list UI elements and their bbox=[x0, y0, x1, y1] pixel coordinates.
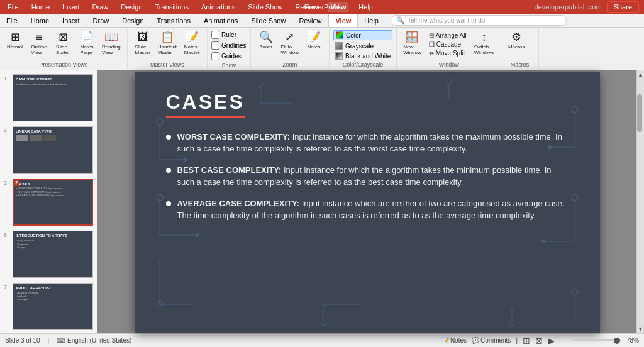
keyboard-icon: ⌨ bbox=[57, 337, 65, 344]
btn-new-window[interactable]: 🪟 NewWindow bbox=[401, 30, 423, 57]
tab-insert[interactable]: Insert bbox=[56, 14, 87, 27]
search-bar[interactable]: 🔍 Tell me what you want to do bbox=[391, 15, 567, 26]
slide-content: CASES WORST CASE COMPLEXITY: Input insta… bbox=[135, 72, 600, 250]
slide-item-7[interactable]: 7 ABOUT ARRAYLIST • ArrayList overview• … bbox=[3, 282, 94, 331]
zoom-icon: 🔍 bbox=[259, 31, 273, 43]
view-sorter-btn[interactable]: ⊠ bbox=[535, 336, 543, 346]
btn-notes-zoom[interactable]: 📝 Notes bbox=[303, 30, 325, 51]
bullet-dot-3 bbox=[166, 201, 171, 206]
slide-item-1[interactable]: 1 DATA STRUCTURES Introduction to data s… bbox=[3, 73, 94, 123]
btn-notes-master[interactable]: 📝 NotesMaster bbox=[180, 30, 203, 57]
group-color: Color Grayscale Black and White Color/Gr… bbox=[330, 29, 397, 69]
language-separator: | bbox=[48, 337, 50, 344]
tab-file[interactable]: File bbox=[0, 14, 25, 27]
btn-slide-master[interactable]: 🖼 SlideMaster bbox=[131, 30, 154, 57]
btn-switch-windows[interactable]: ↕ SwitchWindows bbox=[472, 30, 497, 57]
new-window-icon: 🪟 bbox=[405, 31, 419, 43]
notes-btn[interactable]: 📝 Notes bbox=[441, 337, 467, 344]
menu-draw[interactable]: Draw bbox=[90, 2, 111, 12]
tab-animations[interactable]: Animations bbox=[197, 14, 245, 27]
tab-home[interactable]: Home bbox=[25, 14, 56, 27]
reading-icon: 📖 bbox=[104, 31, 118, 43]
right-scrollbar[interactable]: ▲ ▼ bbox=[636, 70, 644, 333]
menu-slideshow[interactable]: Slide Show bbox=[245, 2, 285, 12]
group-zoom-label: Zoom bbox=[255, 60, 325, 68]
slide-number-1: 1 bbox=[4, 75, 10, 82]
status-right: 📝 Notes 💬 Comments | ⊞ ⊠ ▶ — 78% bbox=[441, 336, 639, 346]
slide-number-6: 6 bbox=[4, 232, 10, 238]
menu-transitions[interactable]: Transitions bbox=[153, 2, 191, 12]
slide-heading: CASES bbox=[166, 91, 245, 118]
share-button[interactable]: Share bbox=[607, 1, 639, 13]
btn-cascade[interactable]: ❏ Cascade bbox=[426, 40, 469, 48]
menu-animations[interactable]: Animations bbox=[199, 2, 238, 12]
menu-home[interactable]: Home bbox=[29, 2, 52, 12]
tab-help[interactable]: Help bbox=[358, 14, 386, 27]
slide-thumb-4[interactable]: LINEAR DATA TYPE bbox=[13, 126, 93, 174]
normal-icon: ⊞ bbox=[11, 31, 20, 43]
bullet-item-3: AVERAGE CASE COMPLEXITY: Input instance … bbox=[166, 197, 569, 222]
group-pv-label: Presentation Views bbox=[4, 60, 123, 68]
gridlines-check[interactable] bbox=[211, 41, 219, 50]
slide-item-6[interactable]: 6 INTRODUCTION TO ARRAYS • Array definit… bbox=[3, 229, 94, 279]
zoom-percent: 78% bbox=[626, 337, 639, 344]
switch-icon: ↕ bbox=[481, 31, 487, 43]
comments-btn[interactable]: 💬 Comments bbox=[472, 337, 511, 344]
guides-check[interactable] bbox=[211, 52, 219, 60]
view-normal-btn[interactable]: ⊞ bbox=[523, 336, 530, 346]
scroll-down[interactable]: ▼ bbox=[637, 324, 644, 333]
cascade-icon: ❏ bbox=[429, 41, 435, 48]
notes-icon: 📝 bbox=[441, 337, 449, 344]
zoom-slider[interactable] bbox=[571, 339, 621, 341]
menu-insert[interactable]: Insert bbox=[60, 2, 82, 12]
group-zoom: 🔍 Zoom ⤢ Fit toWindow 📝 Notes Zoom bbox=[251, 29, 330, 69]
btn-slide-sorter[interactable]: ⊠ SlideSorter bbox=[52, 30, 74, 57]
outline-icon: ≡ bbox=[36, 31, 43, 43]
slide-thumb-7[interactable]: ABOUT ARRAYLIST • ArrayList overview• Me… bbox=[13, 283, 93, 330]
tab-review[interactable]: Review bbox=[292, 14, 328, 27]
tab-slideshow[interactable]: Slide Show bbox=[245, 14, 292, 27]
zoom-thumb[interactable] bbox=[614, 338, 620, 344]
group-window-label: Window bbox=[401, 60, 497, 68]
color-option-grayscale[interactable]: Grayscale bbox=[333, 41, 392, 50]
slide-thumb-1[interactable]: DATA STRUCTURES Introduction to data str… bbox=[13, 74, 93, 121]
tab-draw[interactable]: Draw bbox=[87, 14, 116, 27]
scroll-up[interactable]: ▲ bbox=[637, 70, 644, 79]
menu-file[interactable]: File bbox=[5, 2, 21, 12]
group-mv-label: Master Views bbox=[131, 60, 203, 68]
color-option-bw[interactable]: Black and White bbox=[333, 52, 392, 60]
checkbox-gridlines[interactable]: Gridlines bbox=[211, 41, 246, 50]
btn-reading-view[interactable]: 📖 ReadingView bbox=[99, 30, 123, 57]
tab-transitions[interactable]: Transitions bbox=[151, 14, 197, 27]
slide-number-7: 7 bbox=[4, 284, 10, 290]
btn-fit-window[interactable]: ⤢ Fit toWindow bbox=[279, 30, 301, 57]
checkbox-ruler[interactable]: Ruler bbox=[211, 30, 246, 40]
btn-arrange-all[interactable]: ⊟ Arrange All bbox=[426, 31, 469, 40]
slide-thumb-6[interactable]: INTRODUCTION TO ARRAYS • Array definitio… bbox=[13, 231, 93, 278]
ruler-check[interactable] bbox=[211, 31, 219, 39]
main-slide[interactable]: CASES WORST CASE COMPLEXITY: Input insta… bbox=[135, 72, 600, 333]
comments-icon: 💬 bbox=[472, 337, 479, 344]
slide-thumb-2[interactable]: 2 CASES • WORST CASE COMPLEXITY: Input i… bbox=[13, 179, 93, 226]
menu-help[interactable]: Help bbox=[356, 2, 375, 12]
btn-handout-master[interactable]: 📋 HandoutMaster bbox=[155, 30, 179, 57]
tab-view[interactable]: View bbox=[328, 13, 358, 27]
menu-design[interactable]: Design bbox=[118, 2, 145, 12]
btn-normal[interactable]: ⊞ Normal bbox=[4, 30, 26, 51]
btn-notes-page[interactable]: 📄 NotesPage bbox=[75, 30, 98, 57]
scroll-thumb[interactable] bbox=[637, 94, 642, 132]
macros-icon: ⚙ bbox=[511, 31, 521, 43]
slide-item-4[interactable]: 4 LINEAR DATA TYPE bbox=[3, 125, 94, 175]
notes-page-icon: 📄 bbox=[80, 31, 94, 43]
btn-move-split[interactable]: ⇔ Move Split bbox=[426, 49, 469, 57]
btn-outline-view[interactable]: ≡ OutlineView bbox=[28, 30, 50, 57]
checkbox-guides[interactable]: Guides bbox=[211, 52, 246, 61]
tab-design[interactable]: Design bbox=[116, 14, 150, 27]
btn-macros[interactable]: ⚙ Macros bbox=[505, 30, 528, 51]
svg-point-29 bbox=[509, 321, 514, 326]
color-option-color[interactable]: Color bbox=[333, 30, 392, 40]
slide-item-2[interactable]: 2 2 CASES • WORST CASE COMPLEXITY: Input… bbox=[3, 177, 94, 227]
btn-zoom[interactable]: 🔍 Zoom bbox=[255, 30, 277, 51]
bullet-list: WORST CASE COMPLEXITY: Input instance fo… bbox=[166, 131, 569, 222]
view-reading-btn[interactable]: ▶ bbox=[548, 336, 555, 346]
